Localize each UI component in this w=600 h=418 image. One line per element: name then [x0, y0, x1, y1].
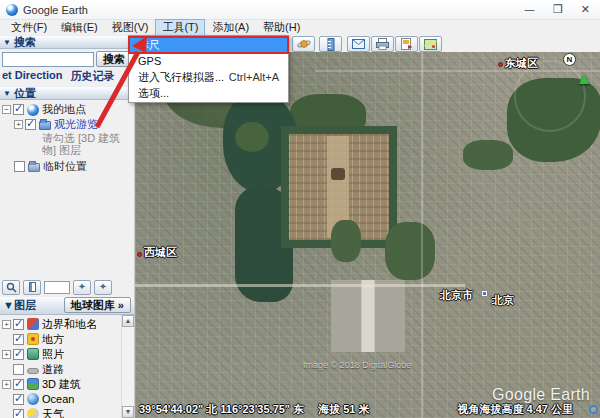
menu-item-label: GPS — [138, 53, 161, 69]
layer-photos[interactable]: + 照片 — [2, 347, 121, 362]
roads-checkbox[interactable] — [13, 364, 24, 375]
sightseeing-checkbox[interactable] — [25, 119, 36, 130]
planet-button[interactable] — [292, 36, 315, 52]
streaming-indicator-icon — [589, 405, 598, 414]
buildings-checkbox[interactable] — [13, 379, 24, 390]
collapse-expander-icon[interactable]: − — [2, 105, 11, 114]
city-poi-icon[interactable] — [481, 290, 488, 297]
menu-edit[interactable]: 编辑(E) — [54, 19, 105, 36]
lake-island — [235, 122, 269, 152]
district-dot — [498, 62, 503, 67]
down-arrow-icon: ✦ — [99, 282, 107, 292]
layer-label: 地方 — [42, 332, 64, 347]
folder-icon — [28, 163, 40, 172]
maximize-button[interactable]: ❒ — [553, 4, 563, 16]
map-viewport[interactable]: 东城区 N 西城区 北京市 北京 Image © 2018 DigitalGlo… — [135, 52, 600, 418]
menu-help[interactable]: 帮助(H) — [256, 19, 307, 36]
expand-expander-icon[interactable]: + — [2, 350, 11, 359]
menu-item-label: 标尺 — [138, 37, 160, 53]
sightseeing-label: 观光游览 — [54, 117, 98, 132]
play-tour-down-button[interactable]: ✦ — [94, 280, 112, 295]
minimize-button[interactable]: — — [524, 4, 535, 16]
menu-add[interactable]: 添加(A) — [205, 19, 256, 36]
search-panel-header[interactable]: ▼ 搜索 — [0, 35, 134, 49]
planet-icon — [297, 38, 311, 50]
layer-places[interactable]: 地方 — [2, 332, 121, 347]
scroll-up-icon[interactable]: ▲ — [122, 315, 134, 327]
borders-checkbox[interactable] — [13, 319, 24, 330]
status-elevation: 海拔 51 米 — [318, 402, 369, 417]
up-arrow-icon: ✦ — [78, 282, 86, 292]
earth-icon — [27, 104, 39, 116]
menu-item-label: 进入飞行模拟器... — [138, 69, 224, 85]
menu-item-options[interactable]: 选项... — [129, 85, 288, 101]
layer-borders[interactable]: + 边界和地名 — [2, 317, 121, 332]
menu-item-gps[interactable]: GPS — [129, 53, 288, 69]
status-bar: 39°54'44.02" 北 116°23'35.75" 东 海拔 51 米 视… — [139, 402, 598, 417]
menu-view[interactable]: 视图(V) — [105, 19, 156, 36]
temporary-places-checkbox[interactable] — [14, 161, 25, 172]
earth-gallery-button[interactable]: 地球图库 » — [64, 297, 131, 313]
google-earth-logo-icon — [6, 4, 18, 16]
park-area — [385, 222, 435, 280]
search-input[interactable] — [2, 52, 94, 67]
collapse-triangle-icon: ▼ — [3, 89, 11, 98]
3d-buildings-icon — [27, 378, 39, 390]
borders-icon — [27, 318, 39, 330]
placemark-green-arrow-icon[interactable] — [579, 74, 589, 84]
menu-item-ruler[interactable]: 标尺 — [129, 37, 288, 53]
layers-scrollbar[interactable]: ▲ ▼ — [121, 315, 134, 418]
changan-avenue-road — [135, 284, 465, 287]
tree-item-my-places[interactable]: − 我的地点 — [2, 102, 134, 117]
history-link[interactable]: 历史记录 — [71, 69, 115, 84]
layer-label: 道路 — [42, 362, 64, 377]
map-label-beijing: 北京 — [492, 293, 514, 308]
search-button[interactable]: 搜索 — [96, 51, 132, 67]
my-places-label: 我的地点 — [42, 102, 86, 117]
email-button[interactable] — [347, 36, 370, 52]
print-button[interactable] — [371, 36, 394, 52]
ruler-button[interactable] — [319, 36, 342, 52]
tree-item-sightseeing[interactable]: + 观光游览 — [2, 117, 134, 132]
layer-ocean[interactable]: Ocean — [2, 392, 121, 407]
expand-expander-icon[interactable]: + — [14, 120, 23, 129]
menu-file[interactable]: 文件(F) — [4, 19, 54, 36]
view-in-maps-button[interactable] — [419, 36, 442, 52]
tree-item-temporary-places[interactable]: 临时位置 — [2, 159, 134, 174]
weather-icon — [27, 408, 39, 418]
compass-north-icon[interactable]: N — [563, 53, 576, 66]
layer-label: Ocean — [42, 393, 74, 405]
menu-tools[interactable]: 工具(T) — [155, 19, 205, 36]
weather-checkbox[interactable] — [13, 409, 24, 418]
scroll-down-icon[interactable]: ▼ — [122, 406, 134, 418]
expand-expander-icon[interactable]: + — [2, 320, 11, 329]
play-tour-up-button[interactable]: ✦ — [73, 280, 91, 295]
layer-label: 3D 建筑 — [42, 377, 81, 392]
layers-panel-title: 图层 — [14, 298, 36, 313]
save-image-button[interactable] — [395, 36, 418, 52]
status-eye-altitude: 视角海拔高度 4.47 公里 — [457, 402, 573, 417]
search-places-button[interactable] — [2, 280, 20, 295]
layer-weather[interactable]: 天气 — [2, 407, 121, 418]
email-icon — [352, 39, 365, 49]
my-places-checkbox[interactable] — [13, 104, 24, 115]
menu-item-shortcut: Ctrl+Alt+A — [229, 69, 279, 85]
menu-item-flight-simulator[interactable]: 进入飞行模拟器... Ctrl+Alt+A — [129, 69, 288, 85]
search-panel-title: 搜索 — [14, 35, 36, 50]
ocean-checkbox[interactable] — [13, 394, 24, 405]
close-button[interactable]: ✕ — [581, 4, 590, 16]
printer-icon — [376, 38, 389, 50]
layer-label: 边界和地名 — [42, 317, 97, 332]
layer-roads[interactable]: 道路 — [2, 362, 121, 377]
layer-label: 天气 — [42, 407, 64, 418]
photos-checkbox[interactable] — [13, 349, 24, 360]
layer-label: 照片 — [42, 347, 64, 362]
expand-expander-icon[interactable]: + — [2, 380, 11, 389]
show-panel-button[interactable] — [23, 280, 41, 295]
layer-3d-buildings[interactable]: + 3D 建筑 — [2, 377, 121, 392]
get-directions-link[interactable]: et Direction — [2, 69, 63, 84]
ruler-icon — [327, 38, 335, 51]
places-checkbox[interactable] — [13, 334, 24, 345]
places-panel-header[interactable]: ▼ 位置 — [0, 86, 134, 100]
places-filter-input[interactable] — [44, 281, 70, 294]
